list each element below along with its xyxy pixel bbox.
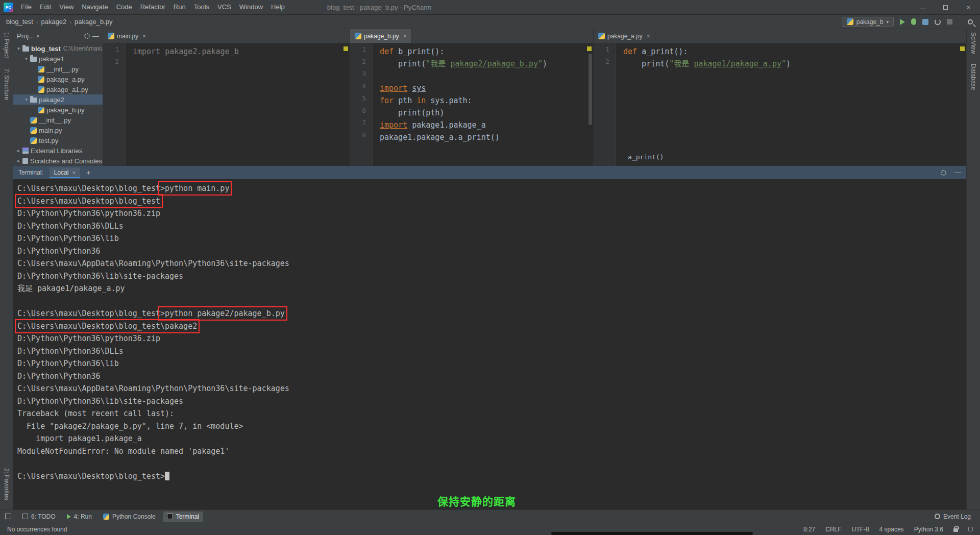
stripe-button-2-favorites[interactable]: 2: Favorites (3, 468, 10, 500)
editor-gutter: 12 (103, 43, 126, 166)
menu-file[interactable]: File (17, 0, 36, 14)
close-tab-icon[interactable]: × (142, 33, 146, 40)
terminal-text: import pakage1.pakage_a (17, 434, 142, 443)
close-terminal-tab-icon[interactable]: × (72, 169, 75, 176)
event-log-button[interactable]: Event Log (930, 512, 975, 522)
menu-refactor[interactable]: Refactor (136, 0, 169, 14)
project-panel-title[interactable]: Proj... (17, 32, 34, 40)
close-tab-icon[interactable]: × (647, 33, 650, 40)
menu-help[interactable]: Help (267, 0, 289, 14)
editor-gutter: 12 (594, 43, 616, 166)
line-endings[interactable]: CRLF (825, 526, 841, 533)
coverage-button[interactable] (922, 19, 928, 25)
run-config-select[interactable]: pakage_b ▾ (842, 17, 894, 27)
maximize-button[interactable] (934, 0, 957, 14)
terminal-line: D:\Python\Python36\DLLs (17, 220, 966, 233)
code-segment: " (781, 59, 786, 68)
project-tree: ▾blog_testC:\Users\maxu▾pakage1 __init__… (13, 43, 103, 166)
lock-icon[interactable] (953, 528, 958, 532)
new-terminal-session-button[interactable]: + (86, 169, 91, 176)
indent-size[interactable]: 4 spaces (879, 526, 904, 533)
menu-navigate[interactable]: Navigate (78, 0, 112, 14)
toolwindow-button-terminal[interactable]: Terminal (163, 512, 203, 522)
toolwindow-button-python-console[interactable]: Python Console (99, 512, 160, 522)
code-segment: ) (786, 59, 791, 68)
terminal-line: D:\Python\Python36\DLLs (17, 345, 966, 358)
breadcrumb-item-pakage2[interactable]: pakage2 (40, 18, 67, 26)
tree-item-pakage-a-py[interactable]: pakage_a.py (13, 74, 103, 84)
stripe-button-1-project[interactable]: 1: Project (3, 32, 10, 58)
expand-arrow-icon[interactable]: ▸ (15, 148, 22, 153)
editor-tab-pakage-a-py[interactable]: pakage_a.py× (594, 29, 655, 43)
expand-arrow-icon[interactable]: ▾ (15, 46, 22, 51)
code-segment: def (623, 47, 642, 56)
tree-item-external-libraries[interactable]: ▸External Libraries (13, 145, 103, 156)
menu-view[interactable]: View (55, 0, 78, 14)
gear-icon[interactable] (941, 170, 946, 176)
menu-edit[interactable]: Edit (36, 0, 55, 14)
close-tab-icon[interactable]: × (403, 33, 407, 40)
tree-item-main-py[interactable]: main.py (13, 125, 103, 135)
tree-item-init-py[interactable]: __init__.py (13, 64, 103, 74)
editor-code[interactable]: def a_print(): print("我是 pakage1/pakage_… (616, 43, 966, 166)
editor-code[interactable]: import pakage2.pakage_b (126, 43, 350, 166)
terminal-line: import pakage1.pakage_a (17, 432, 966, 445)
terminal-tab-local[interactable]: Local × (50, 167, 80, 178)
stripe-button-7-structure[interactable]: 7: Structure (3, 68, 10, 100)
debug-button[interactable] (911, 18, 916, 25)
no-arrow (23, 128, 30, 133)
tree-item-pakage1[interactable]: ▾pakage1 (13, 54, 103, 64)
terminal-output[interactable]: C:\Users\maxu\Desktop\blog_test>python m… (13, 179, 966, 509)
breadcrumb-item-blog-test[interactable]: blog_test (5, 18, 34, 26)
tree-item-init-py[interactable]: __init__.py (13, 115, 103, 125)
search-everywhere-icon[interactable] (968, 19, 973, 25)
breadcrumb-item-pakage-b-py[interactable]: pakage_b.py (74, 18, 113, 26)
editor-tab-label: main.py (117, 33, 138, 40)
stripe-button-database[interactable]: Database (970, 64, 977, 90)
hide-terminal-icon[interactable]: — (954, 170, 961, 175)
hide-panel-icon[interactable]: — (92, 34, 99, 39)
tree-item-test-py[interactable]: test.py (13, 135, 103, 145)
menu-vcs[interactable]: VCS (213, 0, 235, 14)
caret-position[interactable]: 8:27 (803, 526, 815, 533)
terminal-line: D:\Python\Python36\lib (17, 232, 966, 245)
profiler-button[interactable] (935, 19, 941, 25)
chevron-down-icon[interactable]: ▾ (37, 34, 39, 39)
window-title: blog_test - pakage_b.py - PyCharm (327, 4, 432, 11)
editor-tab-pakage-b-py[interactable]: pakage_b.py× (350, 29, 412, 43)
tree-item-scratches-and-consoles[interactable]: ▸Scratches and Consoles (13, 156, 103, 166)
editor-tab-main-py[interactable]: main.py× (103, 29, 151, 43)
close-button[interactable]: × (957, 0, 980, 14)
menu-window[interactable]: Window (235, 0, 267, 14)
editor-pakage-a-py[interactable]: 12def a_print(): print("我是 pakage1/pakag… (594, 43, 966, 166)
file-encoding[interactable]: UTF-8 (852, 526, 869, 533)
toolwindow-button-4-run[interactable]: 4: Run (63, 512, 96, 522)
menu-code[interactable]: Code (112, 0, 136, 14)
expand-arrow-icon[interactable]: ▸ (15, 158, 22, 163)
toolwindow-switcher-icon[interactable] (5, 514, 11, 519)
tree-item-label: main.py (39, 127, 62, 134)
tree-item-blog-test[interactable]: ▾blog_testC:\Users\maxu (13, 43, 103, 54)
menu-tools[interactable]: Tools (190, 0, 213, 14)
expand-arrow-icon[interactable]: ▾ (23, 97, 30, 102)
run-button[interactable] (900, 19, 905, 25)
terminal-text: File "pakage2/pakage_b.py", line 7, in <… (17, 422, 243, 431)
terminal-line: C:\Users\maxu\Desktop\blog_test>python p… (17, 307, 966, 320)
gear-icon[interactable] (84, 33, 90, 39)
python-icon (38, 107, 44, 113)
tree-item-pakage-b-py[interactable]: pakage_b.py (13, 105, 103, 115)
editor-main-py[interactable]: 12import pakage2.pakage_b (103, 43, 350, 166)
editor-code[interactable]: def b_print(): print("我是 pakage2/pakage_… (373, 43, 593, 166)
expand-arrow-icon[interactable]: ▾ (23, 56, 30, 61)
menu-run[interactable]: Run (169, 0, 190, 14)
tree-item-pakage2[interactable]: ▾pakage2 (13, 94, 103, 105)
tree-item-pakage-a1-py[interactable]: pakage_a1.py (13, 84, 103, 94)
code-segment: pakage1.pakage_a.a_print() (380, 133, 500, 142)
minimize-button[interactable] (911, 0, 934, 14)
terminal-line: D:\Python\Python36\lib\site-packages (17, 395, 966, 408)
terminal-icon (167, 514, 173, 519)
editor-pakage-b-py[interactable]: 12345678def b_print(): print("我是 pakage2… (350, 43, 593, 166)
interpreter[interactable]: Python 3.6 (914, 526, 943, 533)
stripe-button-sciview[interactable]: SciView (970, 32, 977, 54)
toolwindow-button-6-todo[interactable]: 6: TODO (18, 512, 60, 522)
